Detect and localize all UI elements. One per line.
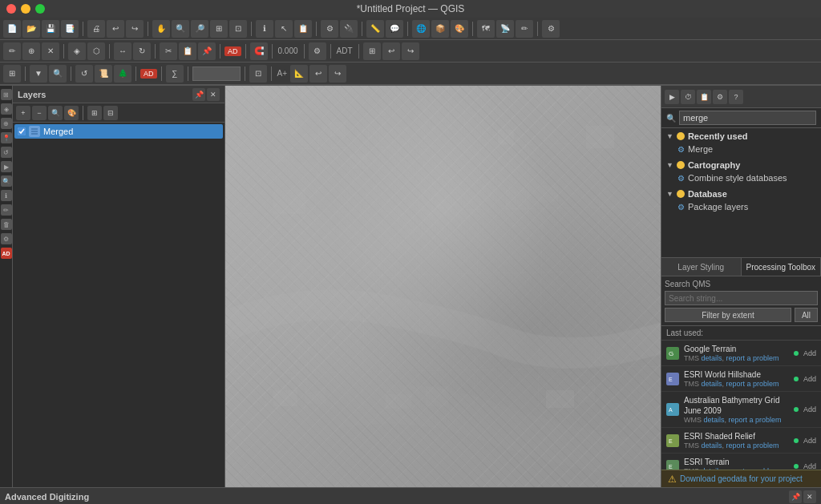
- attribute-table-button[interactable]: 📋: [294, 20, 312, 38]
- redo3-button[interactable]: ↪: [329, 65, 346, 83]
- save-button[interactable]: 💾: [42, 20, 59, 38]
- qms-search-input[interactable]: [665, 291, 818, 305]
- sidebar-icon-9[interactable]: ✏: [1, 204, 12, 216]
- layer-filter-button[interactable]: 🔍: [48, 106, 63, 120]
- sidebar-icon-8[interactable]: ℹ: [1, 190, 12, 201]
- identify-button[interactable]: ℹ: [256, 20, 273, 38]
- esri-shaded-relief-add-button[interactable]: Add: [803, 437, 816, 445]
- google-terrain-details-link[interactable]: details: [702, 354, 722, 362]
- esri-shaded-relief-report-link[interactable]: report a problem: [726, 442, 779, 450]
- copy-button[interactable]: 📋: [179, 42, 196, 60]
- pan-button[interactable]: ✋: [152, 20, 170, 38]
- edit-pencil-button[interactable]: ✏: [3, 42, 21, 60]
- scale-input[interactable]: [192, 67, 241, 81]
- processing-search-input[interactable]: [679, 111, 816, 125]
- service-esri-hillshade[interactable]: E ESRI World Hillshade TMS details, repo…: [661, 366, 821, 392]
- search-button[interactable]: 🔍: [49, 65, 67, 83]
- layer-collapse-button[interactable]: ⊟: [103, 106, 118, 120]
- tree-item-package-layers[interactable]: ⚙ Package layers: [661, 200, 821, 213]
- select-button[interactable]: ↖: [275, 20, 293, 38]
- undo-button[interactable]: ↩: [107, 20, 124, 38]
- offset-button[interactable]: ⊞: [363, 42, 381, 60]
- esri-terrain-add-button[interactable]: Add: [803, 462, 816, 470]
- measure-button[interactable]: 📏: [366, 20, 384, 38]
- minimize-button[interactable]: [21, 4, 30, 14]
- layer-merged-checkbox[interactable]: [18, 127, 26, 135]
- toolbox-options-button[interactable]: ⚙: [713, 90, 727, 104]
- toolbox-history-button[interactable]: ⏱: [681, 90, 695, 104]
- zoom-in-button[interactable]: 🔍: [172, 20, 189, 38]
- sidebar-icon-5[interactable]: ↺: [1, 147, 12, 158]
- gps-button[interactable]: 📡: [496, 20, 514, 38]
- select-point-button[interactable]: ⊕: [22, 42, 40, 60]
- tree-item-merge[interactable]: ⚙ Merge: [661, 143, 821, 155]
- tab-layer-styling[interactable]: Layer Styling: [661, 258, 742, 276]
- 3d-button[interactable]: 🗺: [477, 20, 495, 38]
- esri-hillshade-report-link[interactable]: report a problem: [726, 380, 779, 388]
- cut-button[interactable]: ✂: [160, 42, 177, 60]
- window-controls[interactable]: [6, 4, 45, 14]
- sidebar-icon-6[interactable]: ▶: [1, 161, 12, 172]
- sidebar-icon-4[interactable]: 📍: [1, 132, 12, 143]
- snap-mode-button[interactable]: ⊡: [249, 65, 267, 83]
- filter-by-extent-button[interactable]: Filter by extent: [665, 308, 791, 322]
- tree-header-database[interactable]: ▼ Database: [661, 187, 821, 200]
- filter-button[interactable]: ▼: [30, 65, 47, 83]
- redo2-button[interactable]: ↪: [402, 42, 419, 60]
- field-calc-button[interactable]: ∑: [166, 65, 184, 83]
- map-canvas[interactable]: [225, 86, 661, 487]
- toolbox-run-button[interactable]: ▶: [665, 90, 679, 104]
- google-terrain-add-button[interactable]: Add: [803, 349, 816, 357]
- toolbox-help-button[interactable]: ?: [729, 90, 743, 104]
- tree-item-combine-style[interactable]: ⚙ Combine style databases: [661, 171, 821, 184]
- style-button[interactable]: 🎨: [451, 20, 468, 38]
- tree-header-cartography[interactable]: ▼ Cartography: [661, 159, 821, 171]
- globe-button[interactable]: 🌐: [412, 20, 430, 38]
- vertex-button[interactable]: ⬡: [87, 42, 105, 60]
- zoom-selection-button[interactable]: ⊡: [229, 20, 247, 38]
- layer-button[interactable]: 📦: [431, 20, 449, 38]
- add-layer-button[interactable]: +: [16, 106, 30, 120]
- node-tool-button[interactable]: ◈: [68, 42, 86, 60]
- undo2-button[interactable]: ↩: [382, 42, 400, 60]
- undo3-button[interactable]: ↩: [309, 65, 327, 83]
- esri-hillshade-details-link[interactable]: details: [702, 380, 722, 388]
- tree-button[interactable]: 🌲: [114, 65, 131, 83]
- layer-expand-button[interactable]: ⊞: [87, 106, 102, 120]
- layer-merged[interactable]: Merged: [14, 124, 223, 139]
- service-google-terrain[interactable]: G Google Terrain TMS details, report a p…: [661, 341, 821, 366]
- zoom-extent-button[interactable]: ⊞: [210, 20, 228, 38]
- move-button[interactable]: ↔: [114, 42, 131, 60]
- panel-close-icon[interactable]: ✕: [207, 88, 220, 101]
- map-tips-button[interactable]: 💬: [386, 20, 403, 38]
- sidebar-icon-10[interactable]: 🗑: [1, 219, 12, 230]
- adv-pin-icon[interactable]: 📌: [789, 490, 802, 503]
- adv-close-icon[interactable]: ✕: [803, 490, 816, 503]
- open-button[interactable]: 📂: [22, 20, 40, 38]
- service-aus-bathymetry[interactable]: A Australian Bathymetry Grid June 2009 W…: [661, 392, 821, 428]
- tree-header-recent[interactable]: ▼ Recently used: [661, 130, 821, 143]
- tab-processing-toolbox[interactable]: Processing Toolbox: [742, 258, 822, 276]
- layers-icon[interactable]: ⊞: [3, 65, 21, 83]
- refresh-button[interactable]: ↺: [75, 65, 93, 83]
- esri-hillshade-add-button[interactable]: Add: [803, 375, 816, 383]
- sidebar-icon-1[interactable]: ⊞: [1, 89, 12, 100]
- digitize-button[interactable]: ✏: [516, 20, 533, 38]
- snap-button[interactable]: 🧲: [250, 42, 268, 60]
- save-as-button[interactable]: 📑: [61, 20, 79, 38]
- all-button[interactable]: All: [795, 308, 818, 322]
- service-esri-terrain[interactable]: E ESRI Terrain TMS details, report a pro…: [661, 454, 821, 470]
- close-button[interactable]: [6, 4, 16, 14]
- ruler-button[interactable]: 📐: [290, 65, 308, 83]
- settings-button[interactable]: ⚙: [542, 20, 560, 38]
- sidebar-icon-7[interactable]: 🔍: [1, 175, 12, 187]
- aus-bathymetry-report-link[interactable]: report a problem: [729, 416, 782, 424]
- redo-button[interactable]: ↪: [126, 20, 144, 38]
- aus-bathymetry-add-button[interactable]: Add: [803, 405, 816, 413]
- snap-settings-button[interactable]: ⚙: [309, 42, 326, 60]
- paste-button[interactable]: 📌: [198, 42, 216, 60]
- panel-pin-icon[interactable]: 📌: [192, 88, 205, 101]
- zoom-out-button[interactable]: 🔎: [191, 20, 208, 38]
- esri-shaded-relief-details-link[interactable]: details: [702, 442, 722, 450]
- layer-style-button[interactable]: 🎨: [64, 106, 79, 120]
